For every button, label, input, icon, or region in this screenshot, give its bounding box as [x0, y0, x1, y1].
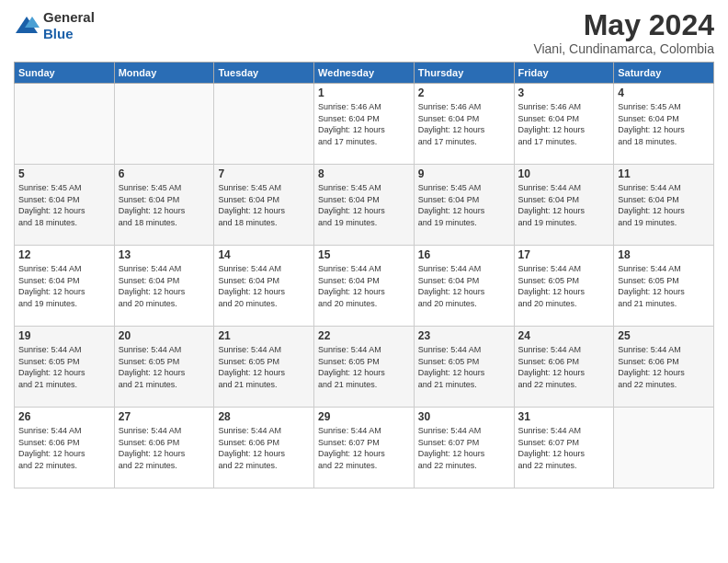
day-info: Sunrise: 5:44 AM Sunset: 6:05 PM Dayligh…: [218, 344, 310, 390]
day-number: 12: [18, 248, 110, 261]
day-cell: [614, 408, 714, 488]
logo: General Blue: [14, 9, 95, 42]
day-number: 28: [218, 410, 310, 423]
day-cell: 20Sunrise: 5:44 AM Sunset: 6:05 PM Dayli…: [114, 327, 214, 408]
header: General Blue May 2024 Viani, Cundinamarc…: [14, 9, 714, 56]
logo-general: General: [43, 9, 95, 25]
day-cell: 11Sunrise: 5:44 AM Sunset: 6:04 PM Dayli…: [614, 165, 714, 246]
day-info: Sunrise: 5:44 AM Sunset: 6:05 PM Dayligh…: [618, 263, 710, 309]
day-cell: 17Sunrise: 5:44 AM Sunset: 6:05 PM Dayli…: [514, 246, 614, 327]
day-info: Sunrise: 5:45 AM Sunset: 6:04 PM Dayligh…: [618, 101, 710, 147]
day-cell: 2Sunrise: 5:46 AM Sunset: 6:04 PM Daylig…: [414, 84, 514, 165]
day-info: Sunrise: 5:44 AM Sunset: 6:04 PM Dayligh…: [518, 182, 610, 228]
day-cell: 24Sunrise: 5:44 AM Sunset: 6:06 PM Dayli…: [514, 327, 614, 408]
weekday-monday: Monday: [114, 63, 214, 84]
calendar-table: SundayMondayTuesdayWednesdayThursdayFrid…: [14, 62, 714, 488]
day-number: 27: [119, 410, 210, 423]
day-cell: 5Sunrise: 5:45 AM Sunset: 6:04 PM Daylig…: [15, 165, 115, 246]
day-number: 14: [218, 248, 310, 261]
day-info: Sunrise: 5:46 AM Sunset: 6:04 PM Dayligh…: [418, 101, 510, 147]
day-cell: 18Sunrise: 5:44 AM Sunset: 6:05 PM Dayli…: [614, 246, 714, 327]
day-info: Sunrise: 5:44 AM Sunset: 6:04 PM Dayligh…: [318, 263, 410, 309]
day-number: 20: [119, 329, 210, 342]
day-info: Sunrise: 5:44 AM Sunset: 6:06 PM Dayligh…: [618, 344, 710, 390]
day-number: 22: [318, 329, 410, 342]
day-cell: [15, 84, 115, 165]
day-number: 3: [518, 86, 610, 99]
day-cell: 15Sunrise: 5:44 AM Sunset: 6:04 PM Dayli…: [314, 246, 415, 327]
day-number: 15: [318, 248, 410, 261]
weekday-friday: Friday: [514, 63, 614, 84]
day-info: Sunrise: 5:45 AM Sunset: 6:04 PM Dayligh…: [218, 182, 310, 228]
day-number: 30: [418, 410, 510, 423]
week-row-1: 1Sunrise: 5:46 AM Sunset: 6:04 PM Daylig…: [15, 84, 714, 165]
day-cell: 30Sunrise: 5:44 AM Sunset: 6:07 PM Dayli…: [414, 408, 514, 488]
day-cell: 3Sunrise: 5:46 AM Sunset: 6:04 PM Daylig…: [514, 84, 614, 165]
day-info: Sunrise: 5:44 AM Sunset: 6:06 PM Dayligh…: [119, 425, 210, 471]
day-cell: 25Sunrise: 5:44 AM Sunset: 6:06 PM Dayli…: [614, 327, 714, 408]
day-number: 4: [618, 86, 710, 99]
day-number: 2: [418, 86, 510, 99]
day-cell: 9Sunrise: 5:45 AM Sunset: 6:04 PM Daylig…: [414, 165, 514, 246]
day-info: Sunrise: 5:44 AM Sunset: 6:06 PM Dayligh…: [518, 344, 610, 390]
day-info: Sunrise: 5:44 AM Sunset: 6:07 PM Dayligh…: [318, 425, 410, 471]
day-cell: 14Sunrise: 5:44 AM Sunset: 6:04 PM Dayli…: [214, 246, 314, 327]
day-number: 25: [618, 329, 710, 342]
day-cell: 22Sunrise: 5:44 AM Sunset: 6:05 PM Dayli…: [314, 327, 415, 408]
day-info: Sunrise: 5:45 AM Sunset: 6:04 PM Dayligh…: [119, 182, 210, 228]
day-number: 21: [218, 329, 310, 342]
day-number: 23: [418, 329, 510, 342]
day-info: Sunrise: 5:44 AM Sunset: 6:07 PM Dayligh…: [418, 425, 510, 471]
week-row-5: 26Sunrise: 5:44 AM Sunset: 6:06 PM Dayli…: [15, 408, 714, 488]
day-cell: 6Sunrise: 5:45 AM Sunset: 6:04 PM Daylig…: [114, 165, 214, 246]
weekday-sunday: Sunday: [15, 63, 115, 84]
calendar-page: General Blue May 2024 Viani, Cundinamarc…: [0, 0, 728, 563]
day-cell: 21Sunrise: 5:44 AM Sunset: 6:05 PM Dayli…: [214, 327, 314, 408]
logo-blue: Blue: [43, 26, 74, 41]
day-cell: [114, 84, 214, 165]
day-cell: 7Sunrise: 5:45 AM Sunset: 6:04 PM Daylig…: [214, 165, 314, 246]
week-row-4: 19Sunrise: 5:44 AM Sunset: 6:05 PM Dayli…: [15, 327, 714, 408]
day-number: 24: [518, 329, 610, 342]
day-cell: [214, 84, 314, 165]
weekday-wednesday: Wednesday: [314, 63, 415, 84]
day-info: Sunrise: 5:44 AM Sunset: 6:05 PM Dayligh…: [18, 344, 110, 390]
day-info: Sunrise: 5:44 AM Sunset: 6:05 PM Dayligh…: [119, 344, 210, 390]
day-info: Sunrise: 5:45 AM Sunset: 6:04 PM Dayligh…: [418, 182, 510, 228]
day-number: 9: [418, 167, 510, 180]
day-number: 11: [618, 167, 710, 180]
weekday-tuesday: Tuesday: [214, 63, 314, 84]
weekday-saturday: Saturday: [614, 63, 714, 84]
day-info: Sunrise: 5:44 AM Sunset: 6:06 PM Dayligh…: [18, 425, 110, 471]
week-row-2: 5Sunrise: 5:45 AM Sunset: 6:04 PM Daylig…: [15, 165, 714, 246]
title-block: May 2024 Viani, Cundinamarca, Colombia: [533, 9, 714, 56]
day-number: 31: [518, 410, 610, 423]
day-cell: 10Sunrise: 5:44 AM Sunset: 6:04 PM Dayli…: [514, 165, 614, 246]
day-info: Sunrise: 5:45 AM Sunset: 6:04 PM Dayligh…: [18, 182, 110, 228]
day-number: 17: [518, 248, 610, 261]
day-info: Sunrise: 5:46 AM Sunset: 6:04 PM Dayligh…: [518, 101, 610, 147]
day-cell: 26Sunrise: 5:44 AM Sunset: 6:06 PM Dayli…: [15, 408, 115, 488]
location: Viani, Cundinamarca, Colombia: [533, 41, 714, 56]
day-info: Sunrise: 5:44 AM Sunset: 6:05 PM Dayligh…: [418, 344, 510, 390]
logo-text: General Blue: [43, 9, 95, 42]
day-info: Sunrise: 5:44 AM Sunset: 6:06 PM Dayligh…: [218, 425, 310, 471]
day-info: Sunrise: 5:46 AM Sunset: 6:04 PM Dayligh…: [318, 101, 410, 147]
day-info: Sunrise: 5:44 AM Sunset: 6:04 PM Dayligh…: [18, 263, 110, 309]
day-info: Sunrise: 5:44 AM Sunset: 6:05 PM Dayligh…: [318, 344, 410, 390]
day-cell: 12Sunrise: 5:44 AM Sunset: 6:04 PM Dayli…: [15, 246, 115, 327]
day-info: Sunrise: 5:45 AM Sunset: 6:04 PM Dayligh…: [318, 182, 410, 228]
day-number: 18: [618, 248, 710, 261]
day-cell: 31Sunrise: 5:44 AM Sunset: 6:07 PM Dayli…: [514, 408, 614, 488]
day-number: 29: [318, 410, 410, 423]
day-cell: 28Sunrise: 5:44 AM Sunset: 6:06 PM Dayli…: [214, 408, 314, 488]
day-number: 5: [18, 167, 110, 180]
day-cell: 4Sunrise: 5:45 AM Sunset: 6:04 PM Daylig…: [614, 84, 714, 165]
day-number: 13: [119, 248, 210, 261]
day-cell: 23Sunrise: 5:44 AM Sunset: 6:05 PM Dayli…: [414, 327, 514, 408]
day-cell: 16Sunrise: 5:44 AM Sunset: 6:04 PM Dayli…: [414, 246, 514, 327]
day-cell: 27Sunrise: 5:44 AM Sunset: 6:06 PM Dayli…: [114, 408, 214, 488]
day-number: 6: [119, 167, 210, 180]
day-number: 1: [318, 86, 410, 99]
day-number: 19: [18, 329, 110, 342]
